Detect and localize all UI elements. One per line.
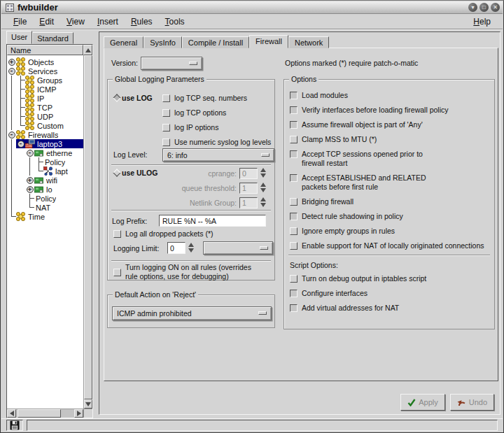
title-bar[interactable]: fwbuilder ▾ □ ✕ [1,1,503,14]
queue-threshold-spinner[interactable]: 1 [239,183,258,194]
tree-item-time[interactable]: Time [7,212,83,221]
tree-item-laptop3[interactable]: laptop3 [7,139,83,148]
tree-item-icmp[interactable]: ICMP [7,85,83,94]
menu-item-insert[interactable]: Insert [91,15,125,28]
tab-user[interactable]: User [6,31,32,44]
checkbox[interactable] [290,174,298,182]
checkbox-option[interactable]: Enable support for NAT of locally origin… [290,241,490,250]
checkbox[interactable] [162,124,170,132]
tree-item-nat[interactable]: NAT [7,203,83,212]
checkbox-option[interactable]: log IP options [162,123,274,132]
checkbox[interactable] [162,139,170,146]
collapse-icon[interactable] [7,130,16,139]
tree-item-services[interactable]: Services [7,66,83,76]
checkbox[interactable] [290,150,298,158]
tab-standard[interactable]: Standard [32,32,74,44]
tree-horizontal-scrollbar[interactable] [7,409,92,418]
tree-item-groups[interactable]: Groups [7,76,83,85]
tree-item-policy[interactable]: Policy [7,194,83,203]
checkbox[interactable] [113,269,121,276]
menu-item-view[interactable]: View [60,15,91,28]
checkbox[interactable] [162,94,170,102]
tree-item-etherne[interactable]: etherne [7,148,83,157]
checkbox-option[interactable]: Turn on debug output in iptables script [290,274,490,283]
logging-limit-spinner[interactable]: 0 [167,242,186,254]
turn-logging-on-option[interactable]: Turn logging ON on all rules (overrides … [113,263,251,281]
log-prefix-input[interactable]: RULE %N -- %A [159,215,266,227]
checkbox-option[interactable]: Detect rule shadowing in policy [290,212,490,221]
expand-icon[interactable] [25,176,34,185]
tab-compile-install[interactable]: Compile / Install [182,36,249,48]
spinner-arrows[interactable] [260,197,267,207]
log-level-dropdown[interactable]: 6: info [162,148,274,162]
cprange-spinner[interactable]: 0 [239,168,258,179]
checkbox[interactable] [290,242,298,250]
shade-icon[interactable]: ▾ [468,3,477,12]
checkbox[interactable] [290,92,298,99]
tab-sysinfo[interactable]: SysInfo [144,36,182,48]
collapse-icon[interactable] [16,139,25,148]
checkbox[interactable] [290,290,298,297]
tree-item-lapt[interactable]: lapt [7,166,83,176]
expand-icon[interactable] [7,57,16,66]
checkbox[interactable] [290,304,298,312]
tree-item-policy[interactable]: Policy [7,157,83,166]
spinner-arrows[interactable] [260,183,267,192]
checkbox-option[interactable]: Use numeric syslog log levels [162,138,274,147]
radio-icon[interactable] [113,94,120,101]
expand-icon[interactable] [25,185,34,194]
tree-item-custom[interactable]: Custom [7,121,83,130]
checkbox-option[interactable]: Ignore empty groups in rules [290,227,490,236]
tab-firewall[interactable]: Firewall [249,35,288,48]
checkbox[interactable] [162,109,170,117]
checkbox-option[interactable]: Load modules [290,91,490,100]
menu-item-help[interactable]: Help [467,15,497,28]
tree-column-header[interactable]: Name [7,45,83,55]
menu-item-rules[interactable]: Rules [125,15,159,28]
log-dropped-option[interactable]: Log all dropped packets (*) [113,229,214,239]
netlink-group-spinner[interactable]: 1 [239,197,258,208]
checkbox[interactable] [290,275,298,283]
checkbox[interactable] [290,227,298,235]
checkbox-option[interactable]: Assume firewall object is part of 'Any' [290,120,490,129]
checkbox-option[interactable]: Clamp MSS to MTU (*) [290,135,490,144]
scroll-left-icon[interactable] [7,409,16,418]
checkbox[interactable] [290,106,298,114]
tree-item-ip[interactable]: IP [7,94,83,103]
use-log-radio[interactable]: use LOG [113,94,153,102]
spinner-arrows[interactable] [260,168,267,178]
checkbox-option[interactable]: Bridging firewall [290,197,490,206]
tree-item-wifi[interactable]: wifi [7,176,83,185]
tree-vertical-scrollbar[interactable] [83,55,92,409]
menu-item-file[interactable]: File [7,15,33,28]
tree-item-udp[interactable]: UDP [7,112,83,121]
collapse-icon[interactable] [7,66,16,76]
checkbox[interactable] [113,230,121,238]
maximize-icon[interactable]: □ [479,3,489,12]
scroll-up-icon[interactable] [83,45,92,55]
checkbox-option[interactable]: Add virtual addresses for NAT [290,304,490,313]
collapse-icon[interactable] [25,148,34,157]
checkbox-option[interactable]: Accept TCP sessions opened prior to fire… [290,150,490,168]
checkbox-option[interactable]: Configure interfaces [290,289,490,298]
scroll-down-icon[interactable] [84,399,92,409]
undo-button[interactable]: Undo [450,394,494,411]
tree-item-lo[interactable]: lo [7,185,83,194]
default-action-dropdown[interactable]: ICMP admin prohibited [112,306,272,320]
version-dropdown[interactable] [141,57,202,70]
checkbox-option[interactable]: log TCP seq. numbers [162,94,274,103]
tree-item-firewalls[interactable]: Firewalls [7,130,83,139]
checkbox[interactable] [290,213,298,220]
menu-item-edit[interactable]: Edit [33,15,60,28]
menu-item-tools[interactable]: Tools [159,15,191,28]
checkbox[interactable] [290,136,298,143]
checkbox-option[interactable]: Verify interfaces before loading firewal… [290,106,490,115]
scrollbar-thumb[interactable] [18,409,61,418]
tab-network[interactable]: Network [288,36,329,48]
tree-item-objects[interactable]: Objects [7,57,83,66]
checkbox-option[interactable]: Accept ESTABLISHED and RELATED packets b… [290,173,490,192]
close-icon[interactable]: ✕ [491,3,500,12]
checkbox-option[interactable]: log TCP options [162,108,274,118]
tree-item-tcp[interactable]: TCP [7,103,83,112]
spinner-arrows[interactable] [188,243,195,253]
